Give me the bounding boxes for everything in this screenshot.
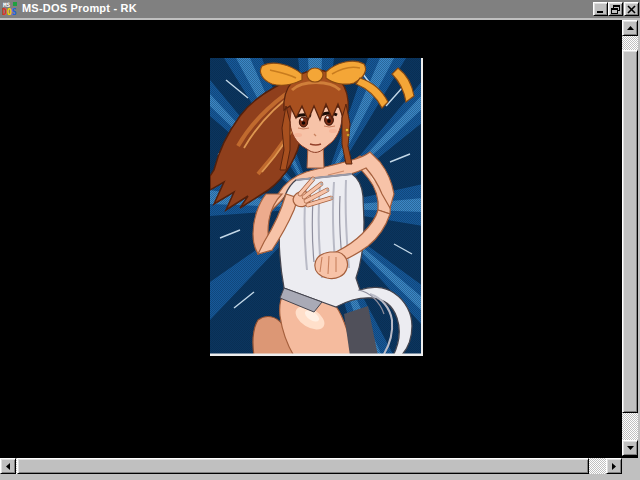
close-button[interactable] [624,2,639,16]
arrow-left-icon [6,463,10,470]
restore-button[interactable] [608,2,623,16]
scroll-left-button[interactable] [0,458,16,474]
vertical-scrollbar-thumb[interactable] [622,50,638,413]
minimize-button[interactable] [593,2,608,16]
arrow-up-icon [627,26,634,30]
minimize-icon [596,5,605,14]
close-icon [627,5,636,14]
vertical-scrollbar[interactable] [622,20,638,456]
horizontal-scrollbar-thumb[interactable] [17,458,589,474]
msdos-prompt-window: MS DOS MS-DOS Prompt - RK [0,0,640,480]
scroll-down-button[interactable] [622,440,638,456]
scroll-up-button[interactable] [622,20,638,36]
dos-screen [0,20,638,458]
svg-text:DOS: DOS [2,8,17,17]
game-cg-image [210,58,423,356]
window-bottom-border [0,474,640,480]
svg-text:MS: MS [3,1,11,8]
arrow-right-icon [612,463,616,470]
scroll-right-button[interactable] [606,458,622,474]
arrow-down-icon [627,446,634,450]
titlebar[interactable]: MS DOS MS-DOS Prompt - RK [0,0,640,18]
ms-dos-icon: MS DOS [2,1,18,17]
window-title: MS-DOS Prompt - RK [22,2,137,14]
horizontal-scrollbar[interactable] [0,458,622,474]
restore-icon [611,5,620,14]
scrollbar-corner [622,458,638,474]
